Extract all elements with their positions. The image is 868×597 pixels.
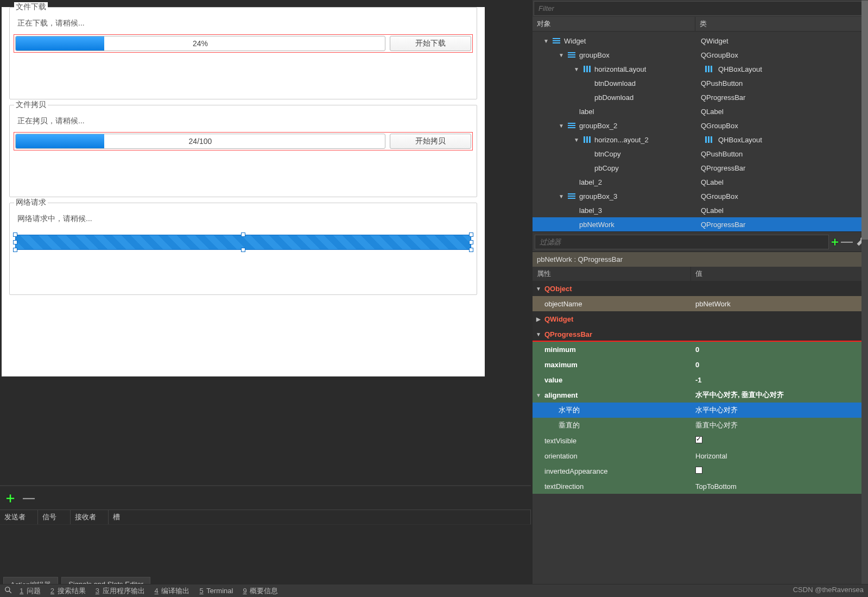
add-property-icon[interactable]: ＋: [829, 234, 841, 250]
status-item[interactable]: 2 搜索结果: [50, 587, 86, 595]
svg-line-1: [9, 591, 11, 593]
signals-table-header: 发送者 信号 接收者 槽: [0, 510, 531, 525]
status-item[interactable]: 3 应用程序输出: [96, 587, 145, 595]
prop-objectname[interactable]: objectName pbNetWork: [533, 296, 868, 311]
tree-node-pbNetWork[interactable]: pbNetWorkQProgressBar: [533, 217, 868, 231]
object-tree[interactable]: ▼WidgetQWidget▼groupBoxQGroupBox▼horizon…: [533, 32, 868, 231]
property-headers: 属性 值: [533, 267, 868, 281]
prop-minimum[interactable]: minimum 0: [533, 342, 868, 357]
header-object: 对象: [533, 17, 695, 31]
tree-node-horizon...ayout_2[interactable]: ▼horizon...ayout_2QHBoxLayout: [533, 133, 868, 147]
class-header-qobject[interactable]: ▼QObject: [533, 281, 868, 296]
groupbox-title: 网络请求: [14, 198, 48, 208]
tree-node-pbDownload[interactable]: pbDownloadQProgressBar: [533, 90, 868, 104]
tree-node-groupBox[interactable]: ▼groupBoxQGroupBox: [533, 48, 868, 62]
progressbar-copy[interactable]: 24/100: [15, 134, 385, 149]
tree-node-horizontalLayout[interactable]: ▼horizontalLayoutQHBoxLayout: [533, 62, 868, 76]
hbox-icon: [704, 136, 713, 143]
start-copy-button[interactable]: 开始拷贝: [390, 134, 471, 149]
label-copy: 正在拷贝，请稍候...: [15, 112, 471, 134]
checkbox-icon[interactable]: [695, 436, 702, 443]
remove-icon[interactable]: —: [23, 491, 35, 505]
prop-alignment-vertical[interactable]: 垂直的 垂直中心对齐: [533, 418, 868, 433]
tree-node-btnCopy[interactable]: btnCopyQPushButton: [533, 147, 868, 161]
groupbox-copy: 文件拷贝 正在拷贝，请稍候... 24/100 开始拷贝: [9, 105, 477, 197]
svg-point-0: [5, 587, 10, 592]
hbox-icon: [704, 65, 713, 73]
col-slot: 槽: [109, 510, 531, 524]
groupbox-download: 文件下载 正在下载，请稍候... 24% 开始下载: [9, 7, 477, 99]
watermark: CSDN @theRavensea: [793, 586, 864, 594]
prop-orientation[interactable]: orientation Horizontal: [533, 448, 868, 463]
status-bar: 1 问题2 搜索结果3 应用程序输出4 编译输出5 Terminal9 概要信息: [0, 584, 868, 597]
prop-maximum[interactable]: maximum 0: [533, 357, 868, 372]
prop-alignment-horizontal[interactable]: 水平的 水平中心对齐: [533, 403, 868, 418]
object-filter-input[interactable]: [534, 1, 867, 16]
prop-invertedappearance[interactable]: invertedAppearance: [533, 463, 868, 479]
prop-textdirection[interactable]: textDirection TopToBottom: [533, 479, 868, 494]
progress-text: 24%: [16, 36, 385, 51]
remove-property-icon[interactable]: —: [841, 235, 853, 249]
col-signal: 信号: [38, 510, 71, 524]
layout-icon: [567, 122, 576, 129]
prop-alignment[interactable]: ▼ alignment 水平中心对齐, 垂直中心对齐: [533, 387, 868, 403]
class-header-qprogressbar[interactable]: ▼QProgressBar: [533, 326, 868, 342]
add-icon[interactable]: ＋: [3, 488, 17, 507]
progressbar-download[interactable]: 24%: [15, 36, 385, 51]
tree-node-label[interactable]: labelQLabel: [533, 104, 868, 118]
hbox-icon: [582, 65, 592, 73]
property-title: pbNetWork : QProgressBar: [533, 252, 868, 267]
header-class: 类: [695, 17, 868, 31]
col-sender: 发送者: [0, 510, 38, 524]
col-receiver: 接收者: [71, 510, 109, 524]
progress-text: 24/100: [16, 134, 385, 148]
progressbar-network-selected[interactable]: [15, 235, 471, 250]
hbox-icon: [582, 136, 592, 143]
groupbox-title: 文件下载: [14, 2, 48, 12]
tree-node-groupBox_2[interactable]: ▼groupBox_2QGroupBox: [533, 118, 868, 133]
prop-textvisible[interactable]: textVisible: [533, 433, 868, 448]
signals-slots-panel: ＋ — 发送者 信号 接收者 槽 Action编辑器 Signals and S…: [0, 485, 531, 597]
tree-node-pbCopy[interactable]: pbCopyQProgressBar: [533, 161, 868, 175]
start-download-button[interactable]: 开始下载: [390, 36, 471, 51]
layout-icon: [552, 37, 561, 45]
layout-icon: [567, 51, 576, 59]
tree-node-label_2[interactable]: label_2QLabel: [533, 175, 868, 189]
checkbox-icon[interactable]: [695, 467, 702, 474]
status-item[interactable]: 5 Terminal: [199, 587, 233, 595]
search-icon[interactable]: [4, 586, 12, 595]
object-tree-header: 对象 类: [533, 17, 868, 32]
status-item[interactable]: 1 问题: [20, 587, 41, 595]
groupbox-title: 文件拷贝: [14, 100, 48, 110]
status-item[interactable]: 4 编译输出: [155, 587, 190, 595]
tree-node-btnDownload[interactable]: btnDownloadQPushButton: [533, 76, 868, 90]
scrollbar[interactable]: [861, 0, 868, 597]
prop-value[interactable]: value -1: [533, 372, 868, 387]
layout-icon: [567, 192, 576, 200]
header-prop-value: 值: [691, 267, 868, 281]
label-network: 网络请求中，请稍候...: [15, 210, 471, 231]
class-header-qwidget[interactable]: ▶QWidget: [533, 311, 868, 326]
tree-node-Widget[interactable]: ▼WidgetQWidget: [533, 34, 868, 48]
form-canvas[interactable]: 文件下载 正在下载，请稍候... 24% 开始下载: [2, 7, 485, 376]
tree-node-label_3[interactable]: label_3QLabel: [533, 203, 868, 217]
tree-node-groupBox_3[interactable]: ▼groupBox_3QGroupBox: [533, 189, 868, 203]
label-download: 正在下载，请稍候...: [15, 14, 471, 36]
status-item[interactable]: 9 概要信息: [243, 587, 278, 595]
groupbox-network: 网络请求 网络请求中，请稍候...: [9, 203, 477, 295]
property-filter-input[interactable]: [535, 235, 829, 249]
property-list[interactable]: ▼QObject objectName pbNetWork ▶QWidget ▼…: [533, 281, 868, 494]
header-prop-name: 属性: [533, 267, 691, 281]
